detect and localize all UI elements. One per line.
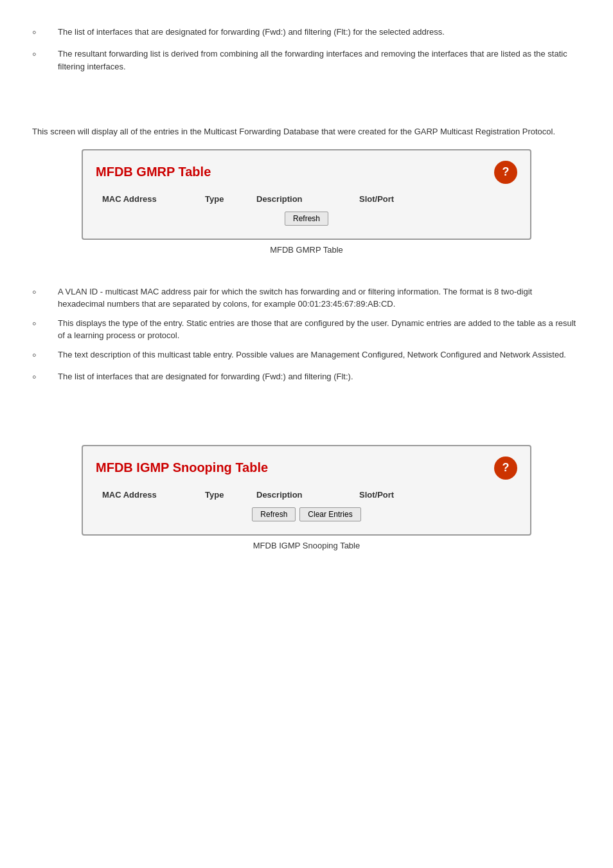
igmp-column-headers: MAC Address Type Description Slot/Port	[96, 490, 517, 500]
bullet-dot: ◦	[32, 347, 58, 364]
gmrp-bullet-text-interfaces: The list of interfaces that are designat…	[58, 370, 581, 386]
bullet-dot: ◦	[32, 24, 58, 41]
gmrp-table-buttons: Refresh	[96, 212, 517, 226]
gmrp-refresh-button[interactable]: Refresh	[285, 212, 328, 226]
bullet-item-forwarding: ◦ The resultant forwarding list is deriv…	[32, 48, 581, 73]
igmp-table-header: MFDB IGMP Snooping Table ?	[96, 457, 517, 480]
gmrp-col-mac: MAC Address	[102, 194, 205, 204]
gmrp-col-type: Type	[205, 194, 256, 204]
gmrp-table-container: MFDB GMRP Table ? MAC Address Type Descr…	[82, 149, 531, 240]
bullet-text-interfaces: The list of interfaces that are designat…	[58, 26, 581, 41]
igmp-table-caption: MFDB IGMP Snooping Table	[32, 541, 581, 550]
igmp-col-type: Type	[205, 490, 256, 500]
bullet-dot: ◦	[32, 284, 58, 311]
gmrp-col-slotport: Slot/Port	[359, 194, 436, 204]
igmp-table-buttons: Refresh Clear Entries	[96, 507, 517, 521]
gmrp-bullet-type: ◦ This displays the type of the entry. S…	[32, 317, 581, 342]
bullet-dot: ◦	[32, 315, 58, 342]
top-bullet-list: ◦ The list of interfaces that are design…	[32, 26, 581, 73]
gmrp-bullet-desc: ◦ The text description of this multicast…	[32, 348, 581, 364]
gmrp-table-caption: MFDB GMRP Table	[32, 245, 581, 255]
igmp-col-slotport: Slot/Port	[359, 490, 436, 500]
bullet-item-interfaces: ◦ The list of interfaces that are design…	[32, 26, 581, 41]
igmp-table-container: MFDB IGMP Snooping Table ? MAC Address T…	[82, 445, 531, 536]
gmrp-help-icon[interactable]: ?	[494, 161, 517, 184]
bullet-dot: ◦	[32, 46, 58, 73]
igmp-table-title: MFDB IGMP Snooping Table	[96, 460, 268, 475]
gmrp-bullet-text-vlan: A VLAN ID - multicast MAC address pair f…	[58, 285, 581, 311]
gmrp-col-description: Description	[256, 194, 359, 204]
gmrp-intro-text: This screen will display all of the entr…	[32, 125, 581, 139]
gmrp-bullet-text-desc: The text description of this multicast t…	[58, 348, 581, 364]
gmrp-bullet-vlan: ◦ A VLAN ID - multicast MAC address pair…	[32, 285, 581, 311]
igmp-col-description: Description	[256, 490, 359, 500]
bullet-dot: ◦	[32, 368, 58, 386]
igmp-col-mac: MAC Address	[102, 490, 205, 500]
gmrp-bullet-list: ◦ A VLAN ID - multicast MAC address pair…	[32, 285, 581, 386]
gmrp-table-header: MFDB GMRP Table ?	[96, 161, 517, 184]
gmrp-column-headers: MAC Address Type Description Slot/Port	[96, 194, 517, 204]
gmrp-bullet-interfaces: ◦ The list of interfaces that are design…	[32, 370, 581, 386]
bullet-text-forwarding: The resultant forwarding list is derived…	[58, 48, 581, 73]
gmrp-bullet-text-type: This displays the type of the entry. Sta…	[58, 317, 581, 342]
igmp-refresh-button[interactable]: Refresh	[252, 507, 296, 521]
gmrp-table-title: MFDB GMRP Table	[96, 165, 211, 179]
igmp-help-icon[interactable]: ?	[494, 457, 517, 480]
igmp-clear-entries-button[interactable]: Clear Entries	[299, 507, 360, 521]
